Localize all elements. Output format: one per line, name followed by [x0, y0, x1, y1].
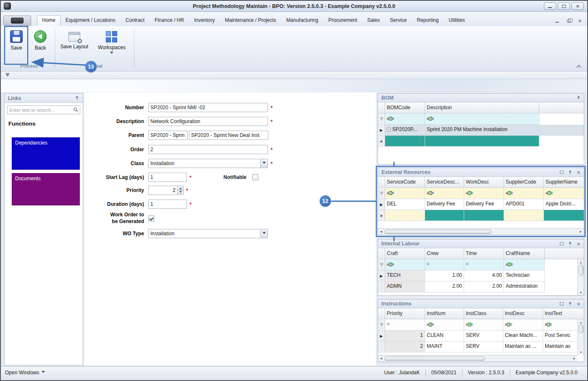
scrollbar-thumb[interactable] [384, 357, 485, 361]
expand-icon[interactable]: + [387, 128, 391, 131]
column-header[interactable]: Description [425, 102, 539, 113]
scroll-right-arrow[interactable]: ► [578, 230, 584, 234]
new-row-cell[interactable] [464, 210, 504, 221]
column-header[interactable]: SupplierName [544, 177, 584, 188]
column-header[interactable]: ServiceDesc... [425, 177, 464, 188]
search-icon[interactable] [73, 107, 79, 113]
column-header[interactable]: BOMCode [385, 102, 425, 113]
column-header[interactable]: InstText [543, 308, 584, 319]
priority-input[interactable] [149, 186, 177, 194]
close-icon[interactable]: × [575, 301, 582, 307]
search-input[interactable] [8, 108, 73, 113]
toolbar-overflow-button[interactable] [6, 73, 9, 78]
tab-sales[interactable]: Sales [362, 15, 385, 26]
filter-cell[interactable]: aBc [425, 319, 464, 331]
tab-contract[interactable]: Contract [121, 15, 150, 26]
new-row-cell[interactable] [385, 210, 425, 221]
tab-maintenance-projects[interactable]: Maintenance / Projects [220, 15, 281, 26]
spinner-up-button[interactable] [178, 186, 183, 190]
duration-input[interactable] [148, 200, 187, 209]
filter-cell[interactable]: aBc [425, 113, 539, 125]
filter-cell[interactable]: aBc [385, 188, 425, 199]
collapse-ribbon-button[interactable] [576, 65, 581, 69]
scroll-up-arrow[interactable]: ▲ [578, 260, 584, 265]
workspaces-button[interactable]: Workspaces [95, 28, 129, 64]
work-desc-cell[interactable]: Delivery Fee [464, 199, 504, 210]
tab-inventory[interactable]: Inventory [189, 15, 220, 26]
filter-cell[interactable]: aBc [503, 319, 543, 331]
craft-cell[interactable]: TECH [385, 271, 425, 281]
tab-manufacturing[interactable]: Manufacturing [281, 15, 323, 26]
new-row-cell[interactable] [425, 136, 539, 147]
filter-cell[interactable]: aBc [504, 259, 545, 271]
time-cell[interactable]: 4.00 [464, 271, 504, 281]
new-row-cell[interactable] [385, 136, 425, 147]
crew-cell[interactable]: 2.00 [425, 281, 464, 292]
filter-cell[interactable]: aBc [504, 188, 544, 199]
mdi-restore-button[interactable] [567, 18, 570, 24]
tab-home[interactable]: Home [37, 15, 60, 26]
scroll-down-arrow[interactable]: ▼ [578, 349, 584, 355]
inst-desc-cell[interactable]: Maintain as ... [503, 342, 543, 352]
back-button[interactable]: Back [29, 28, 51, 64]
tab-service[interactable]: Service [385, 15, 412, 26]
filter-cell[interactable]: aBc [425, 188, 464, 199]
service-code-cell[interactable]: DEL [385, 199, 425, 210]
column-header[interactable]: CraftName [504, 248, 545, 259]
save-layout-button[interactable]: Save Layout [58, 28, 91, 64]
new-row-cell[interactable] [544, 210, 584, 221]
column-header[interactable]: Craft [385, 248, 425, 259]
time-cell[interactable]: 2.00 [464, 281, 504, 292]
number-input[interactable] [148, 103, 268, 112]
work-order-generated-checkbox[interactable] [148, 215, 154, 221]
column-header[interactable]: Priority [385, 308, 425, 319]
column-header[interactable]: WorkDesc [464, 177, 504, 188]
supplier-code-cell[interactable]: APD001 [504, 199, 544, 210]
pin-icon[interactable] [575, 95, 582, 101]
filter-cell[interactable]: = [464, 259, 504, 271]
dropdown-button[interactable] [260, 159, 268, 168]
column-header[interactable]: InstDesc [503, 308, 543, 319]
bom-code-cell[interactable]: +SP2020P... [385, 125, 425, 136]
tab-equipment-locations[interactable]: Equipment / Locations [60, 15, 121, 26]
order-input[interactable] [148, 145, 268, 154]
close-icon[interactable]: × [575, 241, 582, 247]
column-header[interactable]: Crew [425, 248, 464, 259]
pin-icon[interactable] [567, 169, 573, 176]
scrollbar-thumb[interactable] [384, 230, 491, 234]
spinner-down-button[interactable] [178, 190, 183, 195]
notifiable-checkbox[interactable] [252, 174, 258, 180]
open-windows-button[interactable]: Open Windows [5, 370, 45, 376]
scrollbar-thumb[interactable] [579, 265, 583, 276]
inst-class-cell[interactable]: SERV [464, 342, 503, 352]
craft-name-cell[interactable]: Technician [504, 271, 545, 281]
inst-num-cell[interactable]: CLEAN [425, 331, 464, 342]
priority-cell[interactable]: 1 [385, 331, 425, 342]
scrollbar-thumb[interactable] [579, 325, 583, 333]
mdi-close-button[interactable]: × [578, 18, 581, 24]
maximize-icon[interactable] [559, 301, 565, 307]
service-desc-cell[interactable]: Delivery Fee [425, 199, 464, 210]
save-button[interactable]: Save [5, 28, 27, 64]
tab-reporting[interactable]: Reporting [412, 15, 444, 26]
parent-code-input[interactable] [148, 131, 188, 140]
pin-icon[interactable] [567, 241, 573, 247]
wo-type-dropdown[interactable]: Installation [148, 229, 268, 238]
parent-description-input[interactable] [189, 131, 268, 140]
class-dropdown[interactable]: Installation [148, 159, 268, 168]
function-item-dependancies[interactable]: Dependancies [12, 137, 80, 170]
priority-cell[interactable]: 2 [385, 342, 425, 352]
description-input[interactable] [148, 117, 268, 126]
start-lag-input[interactable] [148, 173, 187, 182]
close-button[interactable]: × [572, 3, 584, 10]
column-header[interactable]: InstClass [464, 308, 503, 319]
inst-class-cell[interactable]: SERV [464, 331, 503, 342]
filter-cell[interactable]: aBc [544, 188, 584, 199]
maximize-button[interactable] [558, 3, 570, 10]
pin-icon[interactable] [74, 95, 80, 101]
tab-finance-hr[interactable]: Finance / HR [150, 15, 189, 26]
new-row-cell[interactable] [504, 210, 544, 221]
dropdown-button[interactable] [260, 229, 268, 238]
bom-description-cell[interactable]: Sprint 2020 PM Machine Installation [425, 125, 539, 136]
maximize-icon[interactable] [559, 241, 565, 247]
